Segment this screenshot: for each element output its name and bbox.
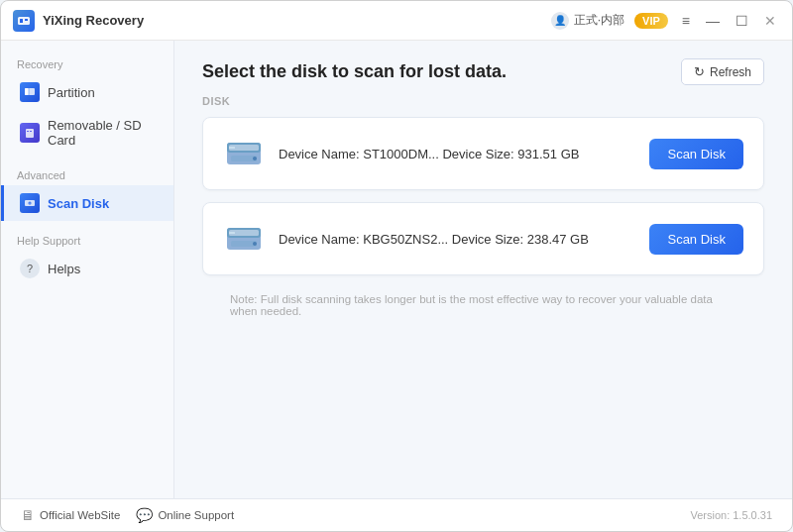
menu-icon[interactable]: ≡ bbox=[678, 11, 694, 31]
monitor-icon: 🖥 bbox=[21, 507, 35, 523]
sd-card-icon bbox=[20, 123, 40, 143]
content-header: Select the disk to scan for lost data. ↻… bbox=[174, 41, 792, 95]
page-title: Select the disk to scan for lost data. bbox=[202, 61, 507, 82]
support-icon: 💬 bbox=[136, 507, 153, 523]
disk-1-info: Device Name: ST1000DM... Device Size: 93… bbox=[279, 147, 579, 161]
scan-disk-button-2[interactable]: Scan Disk bbox=[649, 224, 743, 255]
svg-rect-4 bbox=[25, 88, 29, 95]
disk-2-info: Device Name: KBG50ZNS2... Device Size: 2… bbox=[279, 232, 589, 247]
drive-icon-1 bbox=[223, 136, 265, 171]
svg-rect-7 bbox=[27, 131, 29, 132]
sidebar: Recovery Partition bbox=[1, 41, 174, 498]
title-bar-left: YiXing Recovery bbox=[13, 10, 144, 32]
official-website-link[interactable]: 🖥 Official WebSite bbox=[21, 507, 120, 523]
app-logo bbox=[13, 10, 35, 32]
svg-rect-8 bbox=[30, 131, 32, 132]
minimize-button[interactable]: — bbox=[702, 11, 724, 31]
removable-sd-label: Removable / SD Card bbox=[48, 118, 158, 148]
sidebar-section-advanced: Advanced bbox=[1, 163, 173, 185]
sidebar-item-scan-disk[interactable]: Scan Disk bbox=[1, 185, 173, 221]
svg-point-22 bbox=[253, 242, 257, 246]
disk-section: DISK Device Name: ST1000DM. bbox=[174, 95, 792, 498]
user-badge: 👤 正式·内部 bbox=[551, 12, 624, 30]
svg-rect-17 bbox=[229, 147, 235, 149]
scan-disk-button-1[interactable]: Scan Disk bbox=[649, 139, 743, 169]
disk-card-2-left: Device Name: KBG50ZNS2... Device Size: 2… bbox=[223, 221, 589, 257]
refresh-label: Refresh bbox=[710, 65, 751, 79]
disk-card-2: Device Name: KBG50ZNS2... Device Size: 2… bbox=[202, 202, 764, 275]
svg-rect-2 bbox=[25, 19, 28, 21]
main-layout: Recovery Partition bbox=[1, 41, 792, 498]
title-bar: YiXing Recovery 👤 正式·内部 VIP ≡ — ☐ ✕ bbox=[1, 1, 792, 41]
svg-point-16 bbox=[253, 157, 257, 160]
sidebar-item-removable-sd[interactable]: Removable / SD Card bbox=[1, 110, 173, 156]
refresh-button[interactable]: ↻ Refresh bbox=[681, 58, 764, 85]
maximize-button[interactable]: ☐ bbox=[732, 11, 752, 31]
disk-card-1: Device Name: ST1000DM... Device Size: 93… bbox=[202, 117, 764, 190]
svg-rect-0 bbox=[18, 17, 30, 25]
sidebar-item-partition[interactable]: Partition bbox=[1, 74, 173, 110]
vip-badge: VIP bbox=[634, 13, 668, 29]
online-support-link[interactable]: 💬 Online Support bbox=[136, 507, 234, 523]
close-button[interactable]: ✕ bbox=[760, 11, 780, 31]
footer: 🖥 Official WebSite 💬 Online Support Vers… bbox=[1, 498, 792, 531]
version-label: Version: 1.5.0.31 bbox=[690, 509, 772, 521]
user-icon: 👤 bbox=[551, 12, 569, 30]
partition-icon bbox=[20, 82, 40, 102]
disk-section-label: DISK bbox=[202, 95, 764, 107]
app-title: YiXing Recovery bbox=[43, 13, 144, 28]
sidebar-section-help: Help Support bbox=[1, 229, 173, 251]
support-label: Online Support bbox=[158, 509, 234, 521]
helps-label: Helps bbox=[48, 262, 80, 276]
partition-label: Partition bbox=[48, 85, 95, 100]
title-bar-right: 👤 正式·内部 VIP ≡ — ☐ ✕ bbox=[551, 11, 780, 31]
user-label: 正式·内部 bbox=[574, 12, 624, 29]
sidebar-item-helps[interactable]: ? Helps bbox=[1, 251, 173, 286]
scan-disk-label: Scan Disk bbox=[48, 196, 109, 211]
svg-point-11 bbox=[29, 202, 30, 203]
window-controls: ≡ — ☐ ✕ bbox=[678, 11, 780, 31]
content-area: Select the disk to scan for lost data. ↻… bbox=[174, 41, 792, 498]
note-text: Note: Full disk scanning takes longer bu… bbox=[202, 287, 764, 327]
svg-rect-1 bbox=[20, 19, 23, 23]
svg-rect-23 bbox=[229, 232, 235, 234]
disk-card-1-left: Device Name: ST1000DM... Device Size: 93… bbox=[223, 136, 579, 171]
footer-left: 🖥 Official WebSite 💬 Online Support bbox=[21, 507, 234, 523]
sidebar-section-recovery: Recovery bbox=[1, 53, 173, 74]
website-label: Official WebSite bbox=[40, 509, 120, 521]
drive-icon-2 bbox=[223, 221, 265, 257]
refresh-icon: ↻ bbox=[694, 64, 705, 79]
scan-disk-icon bbox=[20, 193, 40, 213]
svg-rect-6 bbox=[26, 129, 34, 138]
help-icon: ? bbox=[20, 259, 40, 278]
